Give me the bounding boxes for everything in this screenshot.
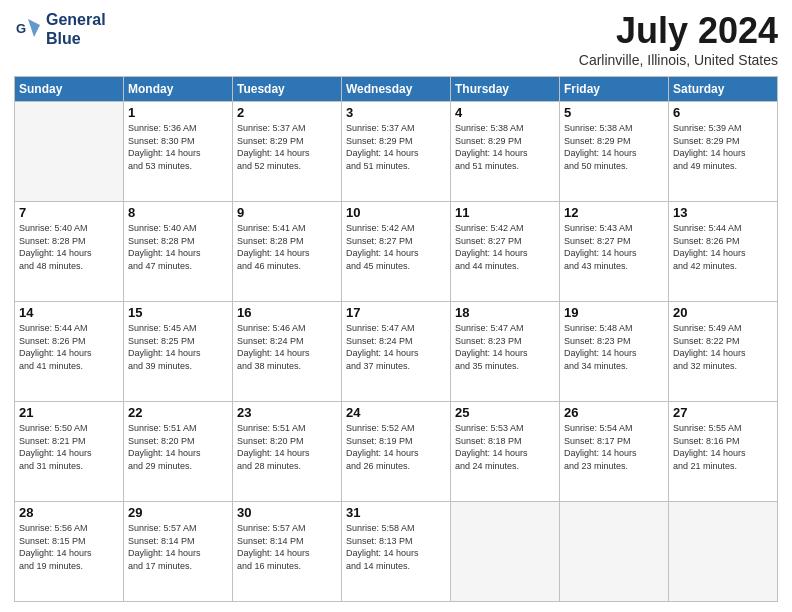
logo-icon: G [14,15,42,43]
day-header-tuesday: Tuesday [233,77,342,102]
day-info: Sunrise: 5:42 AM Sunset: 8:27 PM Dayligh… [455,222,555,272]
calendar-cell: 17Sunrise: 5:47 AM Sunset: 8:24 PM Dayli… [342,302,451,402]
calendar-cell: 12Sunrise: 5:43 AM Sunset: 8:27 PM Dayli… [560,202,669,302]
calendar-cell: 18Sunrise: 5:47 AM Sunset: 8:23 PM Dayli… [451,302,560,402]
calendar-page: G General Blue July 2024 Carlinville, Il… [0,0,792,612]
day-number: 13 [673,205,773,220]
calendar-cell: 10Sunrise: 5:42 AM Sunset: 8:27 PM Dayli… [342,202,451,302]
logo-line1: General [46,10,106,29]
day-info: Sunrise: 5:45 AM Sunset: 8:25 PM Dayligh… [128,322,228,372]
calendar-table: SundayMondayTuesdayWednesdayThursdayFrid… [14,76,778,602]
day-info: Sunrise: 5:44 AM Sunset: 8:26 PM Dayligh… [19,322,119,372]
day-number: 3 [346,105,446,120]
day-info: Sunrise: 5:53 AM Sunset: 8:18 PM Dayligh… [455,422,555,472]
day-info: Sunrise: 5:51 AM Sunset: 8:20 PM Dayligh… [237,422,337,472]
calendar-body: 1Sunrise: 5:36 AM Sunset: 8:30 PM Daylig… [15,102,778,602]
calendar-cell: 27Sunrise: 5:55 AM Sunset: 8:16 PM Dayli… [669,402,778,502]
week-row-2: 7Sunrise: 5:40 AM Sunset: 8:28 PM Daylig… [15,202,778,302]
day-info: Sunrise: 5:55 AM Sunset: 8:16 PM Dayligh… [673,422,773,472]
day-info: Sunrise: 5:57 AM Sunset: 8:14 PM Dayligh… [237,522,337,572]
day-number: 9 [237,205,337,220]
svg-marker-1 [28,19,40,37]
day-number: 12 [564,205,664,220]
header: G General Blue July 2024 Carlinville, Il… [14,10,778,68]
day-number: 26 [564,405,664,420]
day-number: 17 [346,305,446,320]
calendar-cell: 23Sunrise: 5:51 AM Sunset: 8:20 PM Dayli… [233,402,342,502]
calendar-cell: 7Sunrise: 5:40 AM Sunset: 8:28 PM Daylig… [15,202,124,302]
calendar-cell: 5Sunrise: 5:38 AM Sunset: 8:29 PM Daylig… [560,102,669,202]
day-info: Sunrise: 5:56 AM Sunset: 8:15 PM Dayligh… [19,522,119,572]
calendar-cell: 20Sunrise: 5:49 AM Sunset: 8:22 PM Dayli… [669,302,778,402]
calendar-cell: 25Sunrise: 5:53 AM Sunset: 8:18 PM Dayli… [451,402,560,502]
day-info: Sunrise: 5:44 AM Sunset: 8:26 PM Dayligh… [673,222,773,272]
title-area: July 2024 Carlinville, Illinois, United … [579,10,778,68]
day-info: Sunrise: 5:47 AM Sunset: 8:23 PM Dayligh… [455,322,555,372]
day-number: 27 [673,405,773,420]
calendar-cell: 2Sunrise: 5:37 AM Sunset: 8:29 PM Daylig… [233,102,342,202]
calendar-cell: 22Sunrise: 5:51 AM Sunset: 8:20 PM Dayli… [124,402,233,502]
day-header-saturday: Saturday [669,77,778,102]
day-header-monday: Monday [124,77,233,102]
day-number: 4 [455,105,555,120]
day-info: Sunrise: 5:46 AM Sunset: 8:24 PM Dayligh… [237,322,337,372]
day-number: 18 [455,305,555,320]
day-info: Sunrise: 5:57 AM Sunset: 8:14 PM Dayligh… [128,522,228,572]
day-info: Sunrise: 5:37 AM Sunset: 8:29 PM Dayligh… [237,122,337,172]
calendar-header-row: SundayMondayTuesdayWednesdayThursdayFrid… [15,77,778,102]
day-number: 24 [346,405,446,420]
day-info: Sunrise: 5:54 AM Sunset: 8:17 PM Dayligh… [564,422,664,472]
calendar-cell: 1Sunrise: 5:36 AM Sunset: 8:30 PM Daylig… [124,102,233,202]
day-header-friday: Friday [560,77,669,102]
day-number: 20 [673,305,773,320]
calendar-cell: 13Sunrise: 5:44 AM Sunset: 8:26 PM Dayli… [669,202,778,302]
calendar-cell: 8Sunrise: 5:40 AM Sunset: 8:28 PM Daylig… [124,202,233,302]
calendar-cell [15,102,124,202]
calendar-cell: 31Sunrise: 5:58 AM Sunset: 8:13 PM Dayli… [342,502,451,602]
calendar-cell: 15Sunrise: 5:45 AM Sunset: 8:25 PM Dayli… [124,302,233,402]
day-info: Sunrise: 5:50 AM Sunset: 8:21 PM Dayligh… [19,422,119,472]
day-number: 30 [237,505,337,520]
day-info: Sunrise: 5:36 AM Sunset: 8:30 PM Dayligh… [128,122,228,172]
calendar-cell: 16Sunrise: 5:46 AM Sunset: 8:24 PM Dayli… [233,302,342,402]
calendar-cell: 9Sunrise: 5:41 AM Sunset: 8:28 PM Daylig… [233,202,342,302]
calendar-cell: 14Sunrise: 5:44 AM Sunset: 8:26 PM Dayli… [15,302,124,402]
calendar-cell: 4Sunrise: 5:38 AM Sunset: 8:29 PM Daylig… [451,102,560,202]
day-number: 21 [19,405,119,420]
day-info: Sunrise: 5:49 AM Sunset: 8:22 PM Dayligh… [673,322,773,372]
week-row-1: 1Sunrise: 5:36 AM Sunset: 8:30 PM Daylig… [15,102,778,202]
day-number: 10 [346,205,446,220]
day-info: Sunrise: 5:40 AM Sunset: 8:28 PM Dayligh… [19,222,119,272]
day-info: Sunrise: 5:47 AM Sunset: 8:24 PM Dayligh… [346,322,446,372]
calendar-cell: 28Sunrise: 5:56 AM Sunset: 8:15 PM Dayli… [15,502,124,602]
day-number: 28 [19,505,119,520]
day-number: 16 [237,305,337,320]
day-number: 15 [128,305,228,320]
month-title: July 2024 [579,10,778,52]
day-number: 31 [346,505,446,520]
week-row-4: 21Sunrise: 5:50 AM Sunset: 8:21 PM Dayli… [15,402,778,502]
calendar-cell: 19Sunrise: 5:48 AM Sunset: 8:23 PM Dayli… [560,302,669,402]
day-info: Sunrise: 5:38 AM Sunset: 8:29 PM Dayligh… [455,122,555,172]
day-number: 2 [237,105,337,120]
week-row-5: 28Sunrise: 5:56 AM Sunset: 8:15 PM Dayli… [15,502,778,602]
day-number: 22 [128,405,228,420]
day-number: 29 [128,505,228,520]
calendar-cell [560,502,669,602]
svg-text:G: G [16,21,26,36]
day-info: Sunrise: 5:51 AM Sunset: 8:20 PM Dayligh… [128,422,228,472]
day-info: Sunrise: 5:38 AM Sunset: 8:29 PM Dayligh… [564,122,664,172]
calendar-cell: 29Sunrise: 5:57 AM Sunset: 8:14 PM Dayli… [124,502,233,602]
day-info: Sunrise: 5:37 AM Sunset: 8:29 PM Dayligh… [346,122,446,172]
day-info: Sunrise: 5:52 AM Sunset: 8:19 PM Dayligh… [346,422,446,472]
week-row-3: 14Sunrise: 5:44 AM Sunset: 8:26 PM Dayli… [15,302,778,402]
day-info: Sunrise: 5:39 AM Sunset: 8:29 PM Dayligh… [673,122,773,172]
day-number: 25 [455,405,555,420]
day-number: 6 [673,105,773,120]
location: Carlinville, Illinois, United States [579,52,778,68]
day-number: 23 [237,405,337,420]
calendar-cell [451,502,560,602]
day-info: Sunrise: 5:48 AM Sunset: 8:23 PM Dayligh… [564,322,664,372]
day-number: 5 [564,105,664,120]
day-number: 8 [128,205,228,220]
